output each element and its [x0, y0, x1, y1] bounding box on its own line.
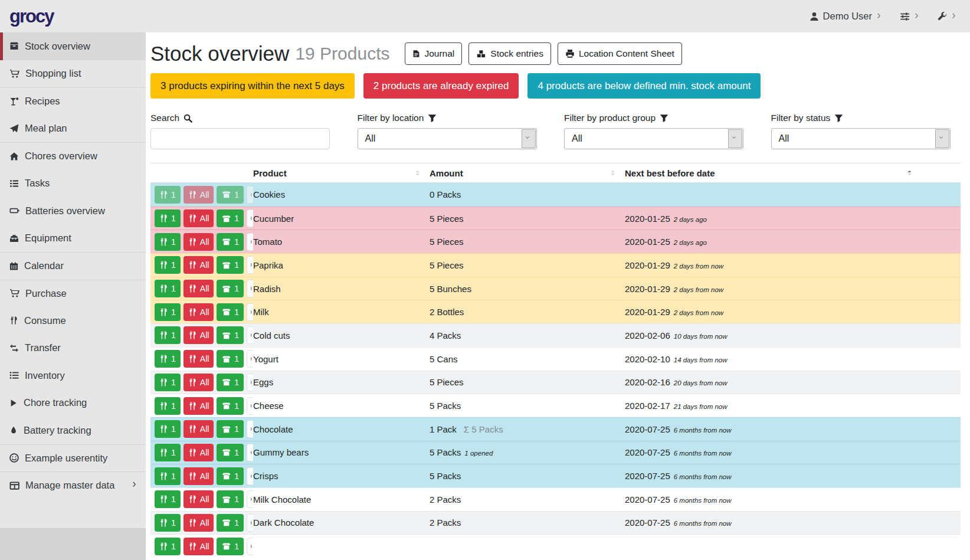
sidebar-item-example-userentity[interactable]: Example userentity [0, 444, 146, 472]
consume-all-button[interactable]: All [183, 420, 214, 438]
app-logo[interactable]: grocy [9, 6, 53, 27]
row-menu-button[interactable] [247, 514, 253, 532]
sidebar-collapse-button[interactable] [0, 528, 146, 560]
sidebar-item-meal-plan[interactable]: Meal plan [0, 115, 146, 143]
danger-banner[interactable]: 2 products are already expired [363, 73, 519, 99]
sidebar-item-chores-overview[interactable]: Chores overview [0, 142, 146, 170]
consume-one-button[interactable]: 1 [155, 374, 181, 391]
row-menu-button[interactable] [247, 467, 253, 485]
consume-one-button[interactable]: 1 [155, 256, 181, 274]
consume-one-button[interactable]: 1 [155, 209, 181, 227]
consume-one-button[interactable]: 1 [155, 420, 181, 438]
sort-icon[interactable] [907, 169, 912, 177]
open-one-button[interactable]: 1 [217, 374, 244, 391]
sidebar-item-manage-master-data[interactable]: Manage master data [0, 471, 146, 499]
toolbar-journal-button[interactable]: Journal [405, 42, 462, 65]
row-menu-button[interactable] [247, 256, 253, 274]
sidebar-item-shopping-list[interactable]: Shopping list [0, 60, 146, 88]
consume-all-button[interactable]: All [183, 350, 214, 368]
consume-all-button[interactable]: All [183, 374, 214, 391]
consume-all-button[interactable]: All [183, 326, 214, 344]
filter-select-filter-by-status[interactable]: All [771, 128, 951, 149]
consume-one-button[interactable]: 1 [155, 490, 181, 508]
consume-one-button[interactable]: 1 [155, 233, 181, 251]
consume-one-button[interactable]: 1 [155, 280, 181, 297]
row-menu-button[interactable] [247, 303, 253, 321]
consume-one-button[interactable]: 1 [155, 397, 181, 415]
open-one-button[interactable]: 1 [217, 326, 244, 344]
open-one-button[interactable]: 1 [217, 256, 244, 274]
sidebar-item-batteries-overview[interactable]: Batteries overview [0, 197, 146, 225]
consume-all-button[interactable]: All [183, 209, 214, 227]
user-menu-button[interactable]: Demo User [810, 11, 882, 22]
consume-all-button[interactable]: All [183, 467, 214, 485]
search-input[interactable] [150, 128, 330, 149]
sidebar-item-consume[interactable]: Consume [0, 307, 146, 335]
info-banner[interactable]: 4 products are below defined min. stock … [527, 73, 761, 99]
consume-all-button[interactable]: All [183, 256, 214, 274]
consume-all-button[interactable]: All [183, 303, 214, 321]
open-one-button[interactable]: 1 [217, 350, 244, 368]
column-header-next-best-before-date[interactable]: Next best before date [625, 168, 907, 178]
row-menu-button[interactable] [247, 444, 253, 461]
toolbar-location-content-sheet-button[interactable]: Location Content Sheet [558, 42, 682, 65]
row-menu-button[interactable] [247, 326, 253, 344]
sidebar-item-calendar[interactable]: Calendar [0, 252, 146, 280]
filter-select-filter-by-product-group[interactable]: All [564, 128, 743, 149]
open-one-button[interactable]: 1 [217, 514, 244, 532]
consume-all-button[interactable]: All [183, 233, 214, 251]
settings-menu-button[interactable] [938, 12, 957, 21]
row-menu-button[interactable] [247, 209, 253, 227]
open-one-button[interactable]: 1 [217, 209, 244, 227]
consume-one-button[interactable]: 1 [155, 467, 181, 485]
consume-all-button[interactable]: All [183, 186, 214, 204]
sidebar-item-tasks[interactable]: Tasks [0, 170, 146, 198]
open-one-button[interactable]: 1 [217, 444, 244, 461]
sidebar-item-stock-overview[interactable]: Stock overview [0, 32, 146, 60]
toolbar-stock-entries-button[interactable]: Stock entries [468, 42, 551, 65]
open-one-button[interactable]: 1 [217, 467, 244, 485]
warning-banner[interactable]: 3 products expiring within the next 5 da… [150, 73, 355, 99]
open-one-button[interactable]: 1 [217, 303, 244, 321]
row-menu-button[interactable] [247, 186, 253, 204]
sidebar-item-equipment[interactable]: Equipment [0, 225, 146, 253]
consume-one-button[interactable]: 1 [155, 514, 181, 532]
row-menu-button[interactable] [247, 233, 253, 251]
consume-all-button[interactable]: All [183, 397, 214, 415]
consume-one-button[interactable]: 1 [155, 326, 181, 344]
sort-icon[interactable] [610, 169, 615, 177]
sidebar-item-transfer[interactable]: Transfer [0, 335, 146, 362]
row-menu-button[interactable] [247, 538, 253, 555]
row-menu-button[interactable] [247, 350, 253, 368]
row-menu-button[interactable] [247, 280, 253, 297]
row-menu-button[interactable] [247, 374, 253, 391]
sidebar-item-purchase[interactable]: Purchase [0, 280, 146, 307]
sidebar-item-chore-tracking[interactable]: Chore tracking [0, 389, 146, 417]
consume-all-button[interactable]: All [183, 490, 214, 508]
consume-one-button[interactable]: 1 [155, 303, 181, 321]
consume-one-button[interactable]: 1 [155, 444, 181, 461]
open-one-button[interactable]: 1 [217, 397, 244, 415]
filter-select-filter-by-location[interactable]: All [358, 128, 537, 149]
open-one-button[interactable]: 1 [217, 280, 244, 297]
open-one-button[interactable]: 1 [217, 420, 244, 438]
consume-one-button[interactable]: 1 [155, 350, 181, 368]
row-menu-button[interactable] [247, 397, 253, 415]
options-menu-button[interactable] [900, 12, 920, 21]
row-menu-button[interactable] [247, 420, 253, 438]
sidebar-item-battery-tracking[interactable]: Battery tracking [0, 417, 146, 444]
column-header-actions[interactable] [907, 169, 961, 177]
sidebar-item-recipes[interactable]: Recipes [0, 87, 146, 115]
open-one-button[interactable]: 1 [217, 186, 244, 204]
column-header-amount[interactable]: Amount [430, 168, 625, 178]
consume-one-button[interactable]: 1 [155, 538, 181, 555]
row-menu-button[interactable] [247, 490, 253, 508]
consume-all-button[interactable]: All [183, 514, 214, 532]
consume-one-button[interactable]: 1 [155, 186, 181, 204]
consume-all-button[interactable]: All [183, 444, 214, 461]
consume-all-button[interactable]: All [183, 280, 214, 297]
sidebar-item-inventory[interactable]: Inventory [0, 362, 146, 389]
consume-all-button[interactable]: All [183, 538, 214, 555]
open-one-button[interactable]: 1 [217, 538, 244, 555]
open-one-button[interactable]: 1 [217, 233, 244, 251]
